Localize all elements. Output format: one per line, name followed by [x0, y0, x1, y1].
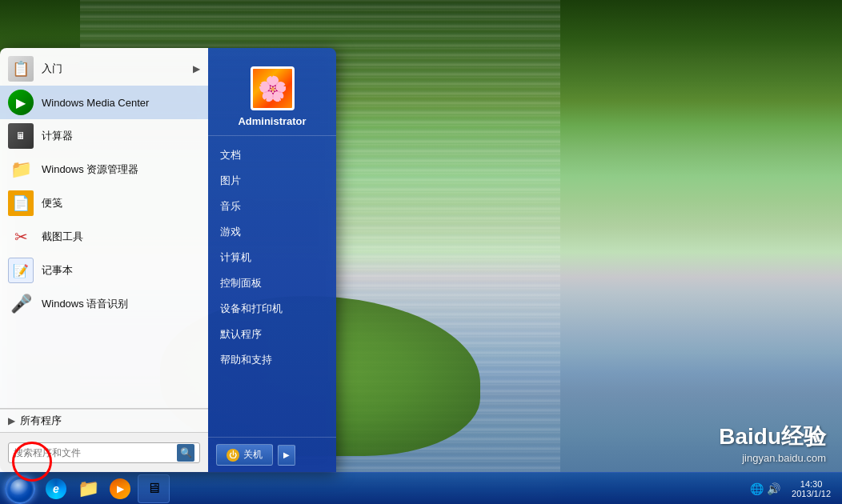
clock-date: 2013/1/12	[792, 489, 831, 498]
user-avatar: 🌸	[251, 66, 295, 110]
snipping-label: 截图工具	[42, 230, 83, 244]
baidu-logo: Baidu经验	[719, 422, 826, 452]
shutdown-area: ⏻ 关机 ▶	[208, 437, 336, 472]
start-menu: 📋 入门 ▶ ▶ Windows Media Center 🖩 计算器	[0, 48, 336, 472]
user-profile: 🌸 Administrator	[208, 54, 336, 136]
search-box: 🔍	[8, 442, 200, 463]
snipping-icon: ✂	[8, 224, 34, 250]
tray-icons: 🌐 🔊	[750, 482, 780, 495]
speech-icon: 🎤	[8, 291, 34, 317]
arrow-right-icon: ▶	[193, 63, 200, 74]
start-menu-items: 📋 入门 ▶ ▶ Windows Media Center 🖩 计算器	[0, 48, 208, 432]
menu-control-panel[interactable]: 控制面板	[208, 270, 336, 296]
clock-time: 14:30	[800, 479, 823, 489]
clock: 14:30 2013/1/12	[787, 479, 836, 498]
shutdown-button[interactable]: ⏻ 关机	[216, 444, 273, 466]
start-menu-left: 📋 入门 ▶ ▶ Windows Media Center 🖩 计算器	[0, 48, 208, 472]
baidu-url: jingyan.baidu.com	[719, 452, 826, 464]
menu-help-support[interactable]: 帮助和支持	[208, 347, 336, 373]
getting-started-label: 入门	[42, 62, 62, 76]
volume-icon: 🔊	[767, 482, 780, 495]
taskbar-pinned-window[interactable]: 🖥	[138, 474, 170, 503]
notepad-icon: 📝	[8, 258, 34, 283]
wmc-label: Windows Media Center	[42, 97, 149, 109]
folder-icon: 📁	[78, 478, 99, 499]
start-search-bar: 🔍	[0, 432, 208, 472]
media-icon: ▶	[110, 478, 130, 499]
baidu-watermark: Baidu经验 jingyan.baidu.com	[719, 422, 826, 464]
menu-item-explorer[interactable]: 📁 Windows 资源管理器	[0, 153, 208, 186]
menu-pictures[interactable]: 图片	[208, 168, 336, 194]
pinned-items: 📋 入门 ▶ ▶ Windows Media Center 🖩 计算器	[0, 48, 208, 409]
speech-label: Windows 语音识别	[42, 297, 128, 311]
search-input[interactable]	[14, 447, 174, 458]
menu-item-speech[interactable]: 🎤 Windows 语音识别	[0, 287, 208, 321]
taskbar-ie-button[interactable]: e	[42, 474, 70, 503]
taskbar-media-button[interactable]: ▶	[106, 474, 134, 503]
all-programs[interactable]: ▶ 所有程序	[0, 409, 208, 432]
menu-computer[interactable]: 计算机	[208, 245, 336, 270]
start-orb-inner	[10, 479, 30, 498]
taskbar-explorer-button[interactable]: 📁	[74, 474, 102, 503]
start-orb[interactable]	[5, 474, 35, 504]
ie-icon: e	[46, 478, 66, 499]
network-icon: 🌐	[750, 482, 764, 495]
menu-item-notepad[interactable]: 📝 记事本	[0, 254, 208, 287]
menu-documents[interactable]: 文档	[208, 142, 336, 168]
notepad-label: 记事本	[42, 263, 73, 278]
arrow-programs-icon: ▶	[8, 415, 15, 426]
start-menu-right: 🌸 Administrator 文档 图片 音乐 游戏 计算机 控制面板 设备和…	[208, 48, 336, 472]
right-menu-items: 文档 图片 音乐 游戏 计算机 控制面板 设备和打印机 默认程序 帮助和支持	[208, 136, 336, 437]
desktop: Baidu经验 jingyan.baidu.com 📋 入门 ▶ ▶	[0, 0, 842, 504]
all-programs-label: 所有程序	[20, 414, 62, 428]
menu-item-wmc[interactable]: ▶ Windows Media Center	[0, 86, 208, 119]
menu-games[interactable]: 游戏	[208, 219, 336, 245]
system-tray: 🌐 🔊 14:30 2013/1/12	[750, 479, 842, 498]
shutdown-arrow-button[interactable]: ▶	[278, 445, 295, 466]
menu-music[interactable]: 音乐	[208, 194, 336, 219]
search-button[interactable]: 🔍	[177, 444, 194, 462]
explorer-label: Windows 资源管理器	[42, 162, 138, 177]
shutdown-label: 关机	[243, 448, 263, 462]
baidu-text: Baidu经验	[719, 424, 826, 449]
stickynotes-icon: 📄	[8, 190, 34, 216]
start-button[interactable]	[0, 473, 40, 505]
menu-item-getting-started[interactable]: 📋 入门 ▶	[0, 52, 208, 86]
calculator-icon: 🖩	[8, 123, 34, 149]
menu-item-stickynotes[interactable]: 📄 便笺	[0, 186, 208, 220]
menu-item-calculator[interactable]: 🖩 计算器	[0, 119, 208, 153]
menu-devices-printers[interactable]: 设备和打印机	[208, 296, 336, 322]
taskbar: e 📁 ▶ 🖥 🌐 🔊 14:30 2013/1/12	[0, 472, 842, 504]
getting-started-icon: 📋	[8, 56, 34, 82]
stickynotes-label: 便笺	[42, 196, 62, 210]
explorer-icon: 📁	[8, 157, 34, 182]
pinned-window-icon: 🖥	[146, 480, 161, 497]
calculator-label: 计算器	[42, 129, 73, 143]
user-name: Administrator	[238, 115, 306, 127]
menu-item-snipping[interactable]: ✂ 截图工具	[0, 220, 208, 254]
shutdown-icon: ⏻	[227, 449, 239, 462]
wmc-icon: ▶	[8, 90, 34, 115]
menu-default-programs[interactable]: 默认程序	[208, 322, 336, 347]
